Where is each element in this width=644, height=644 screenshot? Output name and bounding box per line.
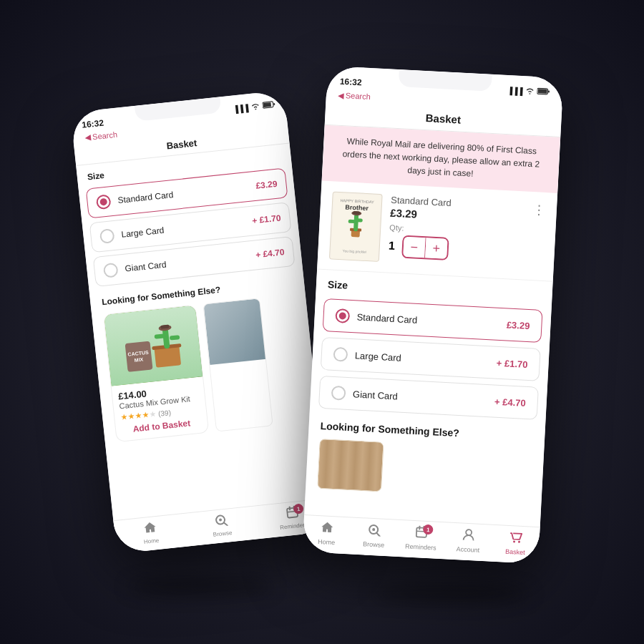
svg-rect-1 <box>263 102 272 107</box>
looking-title-front: Looking for Something Else? <box>320 420 533 443</box>
svg-line-35 <box>376 533 380 537</box>
nav-reminders-front[interactable]: 1 Reminders <box>397 525 446 552</box>
radio-large-front <box>333 347 348 362</box>
product-card-2-back <box>203 298 273 431</box>
size-price-giant-front: + £4.70 <box>494 396 526 408</box>
rating-count-back: (39) <box>158 409 172 418</box>
product-card-back[interactable]: CACTUS MIX <box>103 305 209 443</box>
size-price-standard-front: £3.29 <box>507 319 530 331</box>
status-icons-back: ▐▐▐ <box>233 100 275 113</box>
account-icon-front <box>461 528 476 545</box>
shadow-back <box>129 580 272 594</box>
signal-icon-back: ▐▐▐ <box>233 104 248 113</box>
svg-point-36 <box>372 528 375 531</box>
nav-home-label-front: Home <box>318 538 336 546</box>
basket-icon-front <box>508 530 523 547</box>
product-img-2-back <box>203 298 266 365</box>
nav-home-label-back: Home <box>144 537 160 545</box>
home-icon-front <box>320 520 335 537</box>
size-price-standard-back: £3.29 <box>255 179 278 191</box>
nav-basket-front[interactable]: Basket <box>492 530 540 557</box>
more-options-icon[interactable]: ⋮ <box>532 202 545 218</box>
product-img-back: CACTUS MIX <box>104 305 204 386</box>
wifi-icon-back <box>250 102 260 111</box>
svg-rect-30 <box>356 218 363 223</box>
card-info-front: Standard Card £3.29 ⋮ Qty: 1 − + <box>388 195 546 270</box>
radio-giant-front <box>331 386 346 401</box>
battery-icon-front <box>537 87 550 97</box>
svg-point-42 <box>513 540 515 542</box>
browse-icon-back <box>213 512 229 530</box>
radio-inner-standard-front <box>338 312 346 320</box>
svg-point-15 <box>219 518 222 521</box>
shadow-front <box>372 587 530 601</box>
size-name-large-back: Large Card <box>121 217 245 240</box>
svg-rect-21 <box>537 89 547 94</box>
battery-icon-back <box>262 100 275 110</box>
nav-basket-label-front: Basket <box>505 548 525 556</box>
radio-large-back <box>99 228 115 244</box>
radio-inner-standard-back <box>99 198 107 206</box>
products-row-back: CACTUS MIX <box>103 294 307 442</box>
nav-reminders-label-front: Reminders <box>405 542 436 551</box>
svg-rect-22 <box>548 91 550 93</box>
browse-icon-front <box>366 523 381 540</box>
nav-browse-label-front: Browse <box>363 540 384 549</box>
size-price-large-front: + £1.70 <box>496 357 527 369</box>
size-name-standard-front: Standard Card <box>356 311 499 329</box>
nav-home-front[interactable]: Home <box>303 519 351 547</box>
reminders-badge-back: 1 <box>293 503 303 514</box>
svg-line-14 <box>224 522 228 526</box>
radio-standard-front <box>335 308 350 323</box>
size-name-giant-back: Giant Card <box>125 250 249 273</box>
signal-icon-front: ▐▐▐ <box>507 87 523 95</box>
time-front: 16:32 <box>340 77 362 88</box>
product-partial-front <box>317 439 384 492</box>
card-price-front: £3.29 <box>390 207 451 222</box>
nav-account-label-front: Account <box>456 545 479 554</box>
qty-control-front: 1 − + <box>388 235 543 265</box>
qty-value-front: 1 <box>388 240 395 253</box>
front-phone: 16:32 ▐▐▐ ◀ Search Basket While Royal Ma… <box>302 66 563 564</box>
svg-point-43 <box>518 541 520 543</box>
size-name-standard-back: Standard Card <box>117 182 249 205</box>
nav-account-front[interactable]: Account <box>444 527 493 554</box>
card-name-front: Standard Card <box>391 195 452 208</box>
qty-btn-group: − + <box>401 235 449 260</box>
looking-section-back: Looking for Something Else? CACTUS <box>89 268 319 452</box>
nav-browse-front[interactable]: Browse <box>350 522 399 549</box>
wifi-icon-front <box>525 87 535 96</box>
qty-minus-btn[interactable]: − <box>403 237 425 258</box>
svg-rect-10 <box>170 335 180 340</box>
nav-home-back[interactable]: Home <box>114 517 187 548</box>
card-item-front: HAPPY BIRTHDAY Brother You big prickle! <box>317 181 557 282</box>
products-row-front <box>317 439 532 500</box>
home-icon-back <box>142 520 158 537</box>
size-price-giant-back: + £4.70 <box>255 247 286 260</box>
radio-standard-back <box>96 194 112 210</box>
nav-browse-label-back: Browse <box>213 530 232 538</box>
back-phone: 16:32 ▐▐▐ ◀ Search Basket Size <box>70 90 330 554</box>
svg-point-41 <box>466 530 472 535</box>
time-back: 16:32 <box>82 118 104 130</box>
reminders-badge-front: 1 <box>423 525 434 535</box>
radio-giant-back <box>103 263 119 278</box>
grow-kit-visual-back: CACTUS MIX <box>104 305 204 386</box>
card-thumbnail-front: HAPPY BIRTHDAY Brother You big prickle! <box>329 191 383 262</box>
svg-text:Brother: Brother <box>345 203 369 212</box>
svg-text:MIX: MIX <box>134 356 143 362</box>
phones-container: 16:32 ▐▐▐ ◀ Search Basket Size <box>72 43 572 601</box>
looking-section-front: Looking for Something Else? <box>305 411 545 509</box>
nav-browse-back[interactable]: Browse <box>185 509 258 540</box>
size-price-large-back: + £1.70 <box>252 213 282 225</box>
star-half: ★ <box>148 409 156 419</box>
size-name-large-front: Large Card <box>355 350 490 368</box>
product-info-back: £14.00 Cactus Mix Grow Kit ★★★★★ (39) Ad… <box>112 376 208 441</box>
status-icons-front: ▐▐▐ <box>507 86 550 97</box>
qty-plus-btn[interactable]: + <box>425 238 447 259</box>
size-name-giant-front: Giant Card <box>353 389 488 406</box>
size-option-large-front[interactable]: Large Card + £1.70 <box>321 337 541 381</box>
svg-rect-32 <box>353 210 360 214</box>
